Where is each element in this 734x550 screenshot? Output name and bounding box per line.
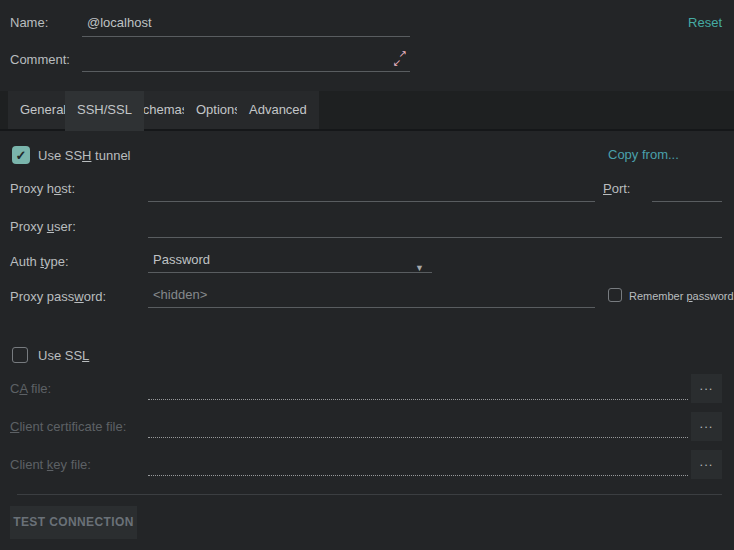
test-connection-button[interactable]: TEST CONNECTION bbox=[10, 506, 137, 539]
proxy-password-label: Proxy password: bbox=[10, 289, 106, 304]
client-cert-label: Client certificate file: bbox=[10, 419, 126, 434]
reset-link[interactable]: Reset bbox=[688, 15, 722, 30]
client-cert-browse-button[interactable]: ... bbox=[691, 412, 722, 441]
proxy-password-input[interactable]: <hidden> bbox=[148, 282, 595, 308]
tab-advanced[interactable]: Advanced bbox=[237, 91, 319, 129]
proxy-user-label: Proxy user: bbox=[10, 219, 76, 234]
auth-type-label: Auth type: bbox=[10, 254, 69, 269]
auth-type-select[interactable]: Password ▼ bbox=[148, 247, 432, 273]
tab-general-label: General bbox=[20, 102, 66, 117]
ca-file-browse-button[interactable]: ... bbox=[691, 374, 722, 403]
comment-input[interactable]: ↗ ↙ bbox=[82, 44, 410, 72]
client-key-label: Client key file: bbox=[10, 457, 91, 472]
expand-editor-icon[interactable]: ↗ ↙ bbox=[393, 52, 407, 66]
arrow-sw-icon: ↙ bbox=[393, 58, 401, 68]
tab-ssh-ssl-label: SSH/SSL bbox=[77, 102, 132, 117]
client-key-input[interactable] bbox=[148, 450, 688, 476]
proxy-user-input[interactable] bbox=[148, 212, 722, 238]
comment-label: Comment: bbox=[10, 52, 70, 67]
use-ssh-label: Use SSH tunnel bbox=[38, 148, 131, 163]
tab-options-label: Options bbox=[196, 102, 241, 117]
check-icon: ✓ bbox=[16, 148, 27, 163]
ca-file-label: CA file: bbox=[10, 381, 51, 396]
footer-separator bbox=[17, 494, 722, 495]
auth-type-value: Password bbox=[153, 252, 210, 267]
name-value: @localhost bbox=[87, 15, 152, 30]
connection-settings-panel: Name: @localhost Reset Comment: ↗ ↙ Gene… bbox=[0, 0, 734, 550]
ca-file-input[interactable] bbox=[148, 374, 688, 400]
tab-ssh-ssl[interactable]: SSH/SSL bbox=[65, 91, 144, 131]
tab-advanced-label: Advanced bbox=[249, 102, 307, 117]
remember-password-label: Remember password bbox=[629, 290, 734, 302]
use-ssl-checkbox[interactable] bbox=[12, 347, 28, 363]
proxy-host-label: Proxy host: bbox=[10, 181, 75, 196]
remember-password-checkbox[interactable] bbox=[608, 288, 622, 302]
proxy-host-input[interactable] bbox=[148, 176, 595, 202]
use-ssh-checkbox[interactable]: ✓ bbox=[12, 146, 30, 164]
use-ssl-label: Use SSL bbox=[38, 348, 89, 363]
tab-bar: General SSH/SSL Schemas Options Advanced bbox=[0, 91, 734, 131]
port-input[interactable] bbox=[652, 176, 722, 202]
port-label: Port: bbox=[603, 181, 630, 196]
name-label: Name: bbox=[10, 15, 48, 30]
copy-from-link[interactable]: Copy from... bbox=[608, 147, 679, 162]
chevron-down-icon: ▼ bbox=[415, 255, 424, 273]
client-cert-input[interactable] bbox=[148, 412, 688, 438]
client-key-browse-button[interactable]: ... bbox=[691, 450, 722, 479]
proxy-password-placeholder: <hidden> bbox=[153, 287, 207, 302]
name-input[interactable]: @localhost bbox=[82, 9, 410, 37]
